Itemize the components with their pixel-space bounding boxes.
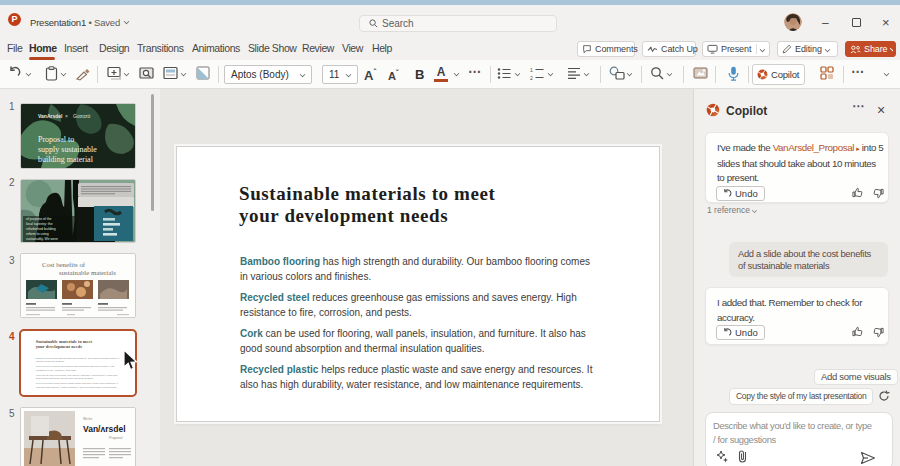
svg-text:building material: building material: [38, 155, 94, 164]
svg-text:supply sustainable: supply sustainable: [38, 145, 97, 154]
svg-text:1: 1: [530, 67, 533, 73]
svg-text:Proposal: Proposal: [109, 436, 123, 440]
svg-text:refurbished building: refurbished building: [26, 227, 56, 231]
svg-text:of purpose of the: of purpose of the: [26, 217, 52, 221]
svg-text:Gozozó: Gozozó: [73, 113, 90, 119]
svg-text:×: ×: [65, 113, 68, 119]
svg-text:2: 2: [530, 75, 533, 81]
svg-text:sustainably. We were: sustainably. We were: [26, 237, 58, 241]
svg-text:Proposal to: Proposal to: [38, 135, 74, 144]
svg-text:We be: We be: [83, 417, 92, 421]
svg-text:sustainable materials: sustainable materials: [59, 269, 116, 276]
svg-text:local tapestry: the: local tapestry: the: [26, 222, 53, 226]
svg-text:Cost benefits of: Cost benefits of: [42, 261, 86, 268]
svg-text:VanArsdel: VanArsdel: [38, 113, 63, 119]
svg-text:Van/ʌrsdel: Van/ʌrsdel: [83, 424, 126, 434]
svg-text:reform to using: reform to using: [26, 232, 49, 236]
